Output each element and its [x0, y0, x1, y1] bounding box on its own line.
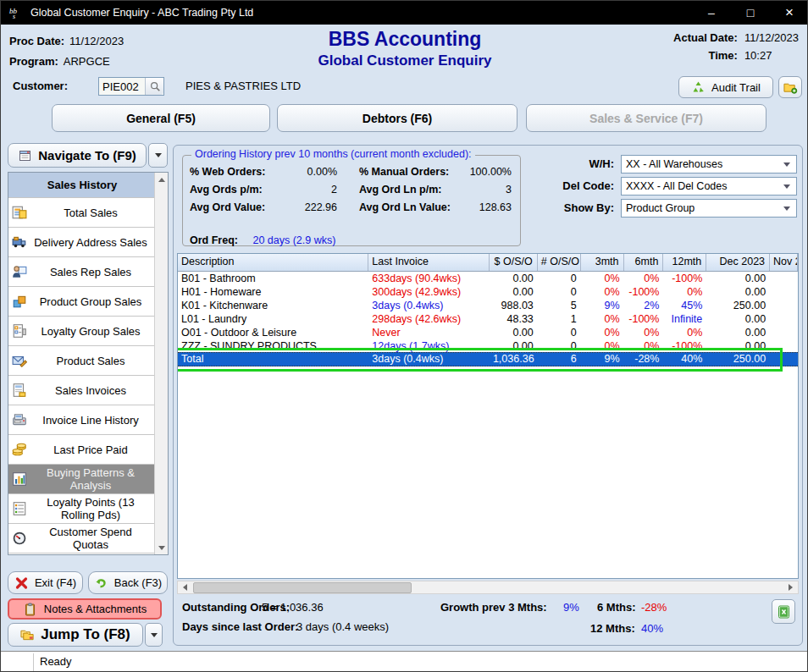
app-logo-icon: bbs [8, 6, 24, 19]
table-row-zzz-sundry-products[interactable]: ZZZ - SUNDRY PRODUCTS12days (1.7wks)0.00… [178, 339, 798, 353]
jump-to-button[interactable]: Jump To (F8) [8, 623, 143, 647]
audit-trail-button[interactable]: Audit Trail [678, 76, 773, 98]
column-header-description[interactable]: Description [178, 254, 368, 271]
tab-general[interactable]: General (F5) [52, 104, 270, 132]
table-total-row[interactable]: Total3days (0.4wks)1,036.3669%-28%40%250… [178, 352, 798, 366]
export-excel-button[interactable] [772, 599, 795, 624]
sidebar-scrollbar[interactable] [154, 173, 168, 554]
exit-button[interactable]: Exit (F4) [8, 571, 83, 594]
outstanding-orders-value: 5 = 1,036.36 [262, 601, 324, 614]
sidebar-item-sales-history[interactable]: Sales History [8, 173, 154, 198]
scrollbar-left-arrow[interactable] [178, 581, 192, 593]
del-code-select[interactable]: XXXX - All Del Codes [621, 177, 797, 196]
table-cell: 12days (1.7wks) [368, 339, 490, 353]
total-cell: 9% [581, 353, 624, 366]
navigate-to-dropdown[interactable] [148, 143, 168, 168]
folders-icon [20, 628, 35, 642]
show-by-select[interactable]: Product Group [621, 199, 797, 218]
sidebar-item-total-sales[interactable]: Total Sales [8, 198, 154, 228]
column-header-last-invoice[interactable]: Last Invoice [368, 254, 490, 271]
main-panel: Ordering History prev 10 months (current… [173, 145, 803, 646]
sidebar-item-label: Loyalty Group Sales [29, 325, 152, 338]
table-cell: Infinite [663, 312, 706, 326]
column-header-o-s-o[interactable]: # O/S/O [538, 254, 581, 271]
table-cell: 2% [624, 299, 664, 312]
customer-code-input[interactable] [99, 78, 145, 95]
sales-rep-sales-icon [12, 264, 29, 279]
sales-invoices-icon [12, 383, 29, 398]
scrollbar-right-arrow[interactable] [783, 581, 798, 593]
total-cell: 6 [538, 353, 581, 366]
table-cell: 0% [663, 326, 706, 339]
avg-ord-value-value: 222.96 [285, 201, 337, 213]
loyalty-group-sales-icon [12, 323, 29, 339]
avg-ords-value: 2 [285, 184, 337, 196]
scrollbar-down-arrow[interactable] [155, 541, 168, 554]
column-header-12mth[interactable]: 12mth [663, 254, 706, 271]
minimize-button[interactable]: – [692, 1, 731, 25]
table-cell: K01 - Kitchenware [178, 299, 368, 312]
table-cell: 0.00 [490, 285, 538, 299]
table-cell: 0% [581, 312, 624, 326]
sidebar-item-sales-rep-sales[interactable]: Sales Rep Sales [8, 257, 154, 287]
avg-ord-ln-value-label: Avg Ord Ln Value: [337, 201, 454, 213]
folder-plus-icon [783, 80, 798, 94]
sidebar-item-loyalty-points-13-rolling-pds[interactable]: Loyalty Points (13 Rolling Pds) [8, 494, 154, 524]
column-header-dec-2023[interactable]: Dec 2023 [706, 254, 770, 271]
close-button[interactable]: × [770, 1, 808, 25]
actual-date-label: Actual Date: [673, 31, 738, 44]
warehouse-select[interactable]: XX - All Warehouses [621, 155, 797, 174]
add-attachment-button[interactable] [778, 76, 802, 98]
sidebar-item-label: Loyalty Points (13 Rolling Pds) [29, 496, 152, 521]
sidebar-item-invoice-line-history[interactable]: Invoice Line History [8, 405, 154, 435]
table-cell: 0.00 [706, 285, 770, 299]
ordering-history-groupbox: Ordering History prev 10 months (current… [182, 155, 521, 246]
table-cell: L01 - Laundry [178, 312, 368, 326]
customer-code-field[interactable] [98, 77, 164, 96]
back-button[interactable]: Back (F3) [88, 571, 168, 594]
table-cell: 0% [624, 272, 664, 285]
scrollbar-up-arrow[interactable] [155, 173, 168, 186]
sidebar-item-product-group-sales[interactable]: Product Group Sales [8, 287, 154, 317]
sidebar-item-delivery-address-sales[interactable]: Delivery Address Sales [8, 228, 154, 257]
sidebar-item-loyalty-group-sales[interactable]: Loyalty Group Sales [8, 317, 154, 346]
sidebar-item-label: Sales Invoices [29, 384, 152, 397]
table-row-b01-bathroom[interactable]: B01 - Bathroom633days (90.4wks)0.0000%0%… [178, 272, 798, 285]
table-row-o01-outdoor-leisure[interactable]: O01 - Outdoor & LeisureNever0.0000%0%0%0… [178, 326, 798, 339]
table-row-l01-laundry[interactable]: L01 - Laundry298days (42.6wks)48.3310%-1… [178, 312, 798, 326]
avg-ord-ln-value: 3 [454, 184, 512, 196]
table-cell [770, 326, 798, 339]
table-cell: 250.00 [706, 299, 770, 312]
sidebar-item-product-sales[interactable]: Product Sales [8, 346, 154, 376]
notes-attachments-button[interactable]: Notes & Attachments [8, 598, 162, 620]
tab-debtors[interactable]: Debtors (F6) [277, 104, 517, 132]
total-cell: -28% [624, 353, 664, 366]
scrollbar-thumb[interactable] [193, 582, 412, 593]
column-header-o-s-o[interactable]: $ O/S/O [490, 254, 538, 271]
sidebar-item-sales-invoices[interactable]: Sales Invoices [8, 376, 154, 405]
column-header-3mth[interactable]: 3mth [581, 254, 624, 271]
sidebar-item-customer-spend-quotas[interactable]: Customer Spend Quotas [8, 524, 154, 554]
column-header-nov-2023[interactable]: Nov 2023 [770, 254, 798, 271]
maximize-button[interactable]: □ [731, 1, 770, 25]
customer-lookup-button[interactable] [145, 78, 163, 95]
window-title: Global Customer Enquiry - ABC Trading Pt… [30, 7, 253, 19]
sidebar-item-last-price-paid[interactable]: Last Price Paid [8, 435, 154, 465]
sidebar-item-buying-patterns-analysis[interactable]: Buying Patterns & Analysis [8, 465, 154, 494]
customer-name-text: PIES & PASTRIES LTD [185, 80, 301, 92]
sidebar-item-label: Delivery Address Sales [29, 236, 152, 249]
navigate-to-button[interactable]: Navigate To (F9) [8, 143, 147, 168]
table-horizontal-scrollbar[interactable] [177, 581, 799, 594]
table-row-h01-homeware[interactable]: H01 - Homeware300days (42.9wks)0.0000%-1… [178, 285, 798, 299]
del-code-label: Del Code: [512, 179, 614, 192]
app-window: bbs Global Customer Enquiry - ABC Tradin… [0, 0, 808, 672]
table-cell: 0 [538, 326, 581, 339]
table-cell: 0% [581, 285, 624, 299]
sales-analysis-table: DescriptionLast Invoice$ O/S/O# O/S/O3mt… [177, 253, 799, 579]
column-header-6mth[interactable]: 6mth [624, 254, 664, 271]
warehouse-label: W/H: [512, 157, 614, 170]
customer-spend-quotas-icon [12, 531, 29, 546]
jump-to-dropdown[interactable] [145, 623, 163, 647]
ordering-history-title: Ordering History prev 10 months (current… [191, 148, 475, 160]
table-row-k01-kitchenware[interactable]: K01 - Kitchenware3days (0.4wks)988.0359%… [178, 299, 798, 312]
